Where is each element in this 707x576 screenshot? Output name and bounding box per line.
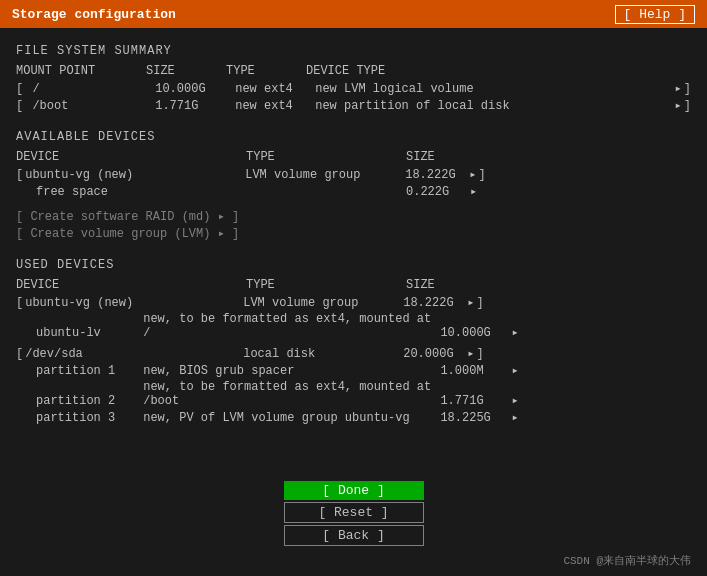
used-part3-device: partition 3: [36, 411, 136, 425]
main-content: FILE SYSTEM SUMMARY MOUNT POINT SIZE TYP…: [0, 28, 707, 496]
fs-row-boot[interactable]: [ /boot 1.771G new ext4 new partition of…: [16, 97, 691, 114]
used-part2-device: partition 2: [36, 394, 136, 408]
used-device-sda: /dev/sda: [25, 347, 243, 361]
avail-col-device: DEVICE: [16, 150, 246, 164]
create-vg-action[interactable]: [ Create volume group (LVM) ▸ ]: [16, 225, 691, 242]
chevron-right-icon-3: ▸: [469, 167, 476, 182]
used-part1-device: partition 1: [36, 364, 136, 378]
used-row-partition1[interactable]: partition 1 new, BIOS grub spacer 1.000M…: [16, 362, 691, 379]
avail-device-size-ubuntu-vg: 18.222G: [405, 168, 465, 182]
help-button[interactable]: [ Help ]: [615, 5, 695, 24]
chevron-right-icon-2: ▸: [675, 98, 682, 113]
col-header-type: TYPE: [226, 64, 306, 78]
fs-type-root: new ext4: [235, 82, 315, 96]
used-row-ubuntu-vg[interactable]: [ ubuntu-vg (new) LVM volume group 18.22…: [16, 294, 691, 311]
used-part3-detail: new, PV of LVM volume group ubuntu-vg: [143, 411, 433, 425]
used-col-headers: DEVICE TYPE SIZE: [16, 276, 691, 294]
avail-device-type-ubuntu-vg: LVM volume group: [245, 168, 405, 182]
title-bar: Storage configuration [ Help ]: [0, 0, 707, 28]
fs-col-headers: MOUNT POINT SIZE TYPE DEVICE TYPE: [16, 62, 691, 80]
avail-freespace-size: 0.222G: [406, 185, 466, 199]
used-part1-detail: new, BIOS grub spacer: [143, 364, 433, 378]
used-row-partition3[interactable]: partition 3 new, PV of LVM volume group …: [16, 409, 691, 426]
fs-size-boot: 1.771G: [155, 99, 235, 113]
chevron-right-icon-7: ▸: [467, 346, 474, 361]
used-row-sda[interactable]: [ /dev/sda local disk 20.000G ▸ ]: [16, 345, 691, 362]
avail-col-headers: DEVICE TYPE SIZE: [16, 148, 691, 166]
used-row-ubuntu-lv[interactable]: ubuntu-lv new, to be formatted as ext4, …: [16, 311, 691, 341]
fs-size-root: 10.000G: [155, 82, 235, 96]
chevron-right-icon-8: ▸: [512, 364, 519, 378]
fs-mount-boot: /boot: [25, 99, 155, 113]
used-part3-size: 18.225G: [440, 411, 500, 425]
fs-row-root[interactable]: [ / 10.000G new ext4 new LVM logical vol…: [16, 80, 691, 97]
used-col-size: SIZE: [406, 278, 486, 292]
used-size-ubuntu-vg: 18.222G: [403, 296, 463, 310]
col-header-devtype: DEVICE TYPE: [306, 64, 691, 78]
used-part2-detail: new, to be formatted as ext4, mounted at…: [143, 380, 433, 408]
used-child-lv-device: ubuntu-lv: [36, 326, 136, 340]
app-title: Storage configuration: [12, 7, 176, 22]
used-col-device: DEVICE: [16, 278, 246, 292]
avail-row-freespace: free space 0.222G ▸: [16, 183, 691, 200]
watermark: CSDN @来自南半球的大伟: [563, 553, 691, 568]
bottom-bar: [ Done ] [ Reset ] [ Back ]: [0, 481, 707, 546]
fs-devtype-boot: new partition of local disk: [315, 99, 670, 113]
avail-freespace-label: free space: [36, 185, 246, 199]
avail-device-name-ubuntu-vg: ubuntu-vg (new): [25, 168, 245, 182]
used-row-partition2[interactable]: partition 2 new, to be formatted as ext4…: [16, 379, 691, 409]
used-child-lv-detail: new, to be formatted as ext4, mounted at…: [143, 312, 433, 340]
chevron-right-icon-10: ▸: [512, 411, 519, 425]
used-type-sda: local disk: [243, 347, 403, 361]
chevron-right-icon-4: ▸: [470, 184, 477, 199]
used-device-ubuntu-vg: ubuntu-vg (new): [25, 296, 243, 310]
col-header-mount: MOUNT POINT: [16, 64, 146, 78]
used-col-type: TYPE: [246, 278, 406, 292]
fs-mount-root: /: [25, 82, 155, 96]
used-type-ubuntu-vg: LVM volume group: [243, 296, 403, 310]
back-button[interactable]: [ Back ]: [284, 525, 424, 546]
reset-button[interactable]: [ Reset ]: [284, 502, 424, 523]
col-header-size: SIZE: [146, 64, 226, 78]
used-child-lv-size: 10.000G: [440, 326, 500, 340]
avail-col-type: TYPE: [246, 150, 406, 164]
chevron-right-icon-9: ▸: [512, 394, 519, 408]
used-part2-size: 1.771G: [440, 394, 500, 408]
chevron-right-icon-6: ▸: [512, 326, 519, 340]
avail-col-size: SIZE: [406, 150, 486, 164]
used-devices-title: USED DEVICES: [16, 258, 691, 272]
chevron-right-icon: ▸: [675, 81, 682, 96]
create-raid-action[interactable]: [ Create software RAID (md) ▸ ]: [16, 208, 691, 225]
chevron-right-icon-5: ▸: [467, 295, 474, 310]
fs-type-boot: new ext4: [235, 99, 315, 113]
done-button[interactable]: [ Done ]: [284, 481, 424, 500]
used-part1-size: 1.000M: [440, 364, 500, 378]
fs-devtype-root: new LVM logical volume: [315, 82, 670, 96]
avail-devices-title: AVAILABLE DEVICES: [16, 130, 691, 144]
used-size-sda: 20.000G: [403, 347, 463, 361]
avail-row-ubuntu-vg[interactable]: [ ubuntu-vg (new) LVM volume group 18.22…: [16, 166, 691, 183]
fs-summary-title: FILE SYSTEM SUMMARY: [16, 44, 691, 58]
